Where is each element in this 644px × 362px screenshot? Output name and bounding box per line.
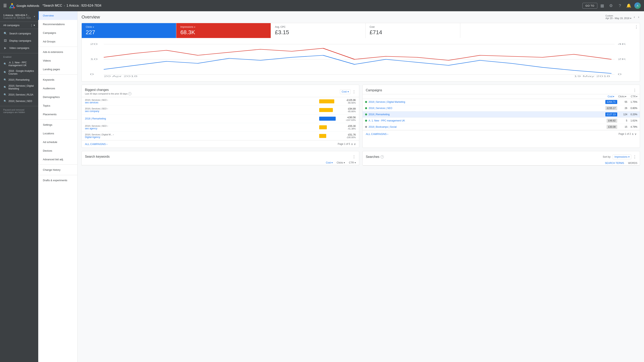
col-clicks-header[interactable]: Clicks ▾ [614,95,626,98]
columns-icon-button[interactable]: ▦ [598,1,606,10]
customer-id: Customer ID: 920-624-7834 [3,17,30,19]
mid-nav-audiences[interactable]: Audiences [38,84,77,93]
svg-text:20 Apr 2018: 20 Apr 2018 [104,75,138,77]
changes-item-link[interactable]: seo services [85,101,317,104]
help-icon-button[interactable]: ? [616,1,624,10]
keywords-more-button[interactable]: ⋮ [352,154,356,159]
searches-more-button[interactable]: ⋮ [633,155,636,159]
page-next-button[interactable]: ∨ [354,142,356,146]
campaign-name-link[interactable]: A. 1. New - PPC management UK [369,119,601,122]
info-icon[interactable]: ? [128,92,132,95]
all-campaigns-link[interactable]: ALL CAMPAIGNS › [85,143,108,146]
mid-nav-ads-extensions[interactable]: Ads & extensions [38,48,77,56]
stat-impressions[interactable]: Impressions ▾ 68.3K [176,23,271,38]
stat-avg-cpc-label: Avg. CPC [275,25,285,28]
campaign-cost: £264.71 [601,100,617,103]
changes-label: 2018 | Services | SEO › seo agency [85,125,317,130]
avatar[interactable]: A [634,2,641,9]
mid-nav-topics[interactable]: Topics [38,101,77,110]
svg-text:2K: 2K [618,58,626,60]
all-campaigns-link-2[interactable]: ALL CAMPAIGNS › [366,132,388,136]
campaigns-more-button[interactable]: ⋮ [633,88,636,92]
campaign-name-link[interactable]: 2018 | Services | Digital Marketing [369,100,601,103]
campaign-item-analytics[interactable]: 🔍 2018 - Google Analytics Courses [0,68,38,77]
changes-item-link[interactable]: seo agency [85,127,317,130]
impressions-sort-button[interactable]: Impressions ▾ [612,154,631,159]
changes-bar-container [319,125,339,129]
date-prev-button[interactable]: ‹ [633,14,636,20]
campaign-name-link[interactable]: 2018 | Remarketing [369,113,601,116]
campaign-name-link[interactable]: 2018 | Services | SEO [369,107,601,110]
mid-nav-ad-schedule[interactable]: Ad schedule [38,138,77,146]
kw-cost-col[interactable]: Cost ▾ [326,161,333,164]
sidebar-item-display-campaigns[interactable]: 🖼 Display campaigns [0,37,38,44]
mid-nav-ad-groups[interactable]: Ad Groups [38,37,77,46]
mid-nav-overview[interactable]: Overview [38,11,77,20]
mid-nav-drafts-experiments[interactable]: Drafts & experiments [38,176,77,185]
cost-badge-gray: £30.08 [606,125,617,129]
page-prev-button[interactable]: ∧ [351,142,353,146]
paused-note: Paused and removed campaigns are hidden [0,107,38,115]
svg-text:0: 0 [618,73,622,75]
more-icon: ⋮ [30,24,33,27]
col-cost-header[interactable]: Cost ▾ [598,95,614,98]
words-tab[interactable]: WORDS [628,162,637,164]
mid-nav-settings[interactable]: Settings [38,120,77,129]
camp-page-prev-button[interactable]: ∧ [632,132,634,136]
mid-nav-devices[interactable]: Devices [38,146,77,155]
searches-info-icon[interactable]: ? [380,155,384,158]
col-spacer [365,95,598,98]
page-title: Overview [82,14,100,20]
changes-item-link[interactable]: 2018 | Remarketing [85,117,317,120]
biggest-changes-more-button[interactable]: ⋮ [352,89,356,94]
search-terms-tab[interactable]: SEARCH TERMS [605,162,624,164]
mid-nav-locations[interactable]: Locations [38,129,77,138]
campaign-status-indicator [365,107,367,109]
mid-nav-campaigns[interactable]: Campaigns [38,28,77,37]
goto-button[interactable]: GO TO [582,3,597,9]
menu-icon[interactable]: ☰ [3,3,7,8]
stats-more-button[interactable]: ⋮ [634,25,638,29]
searches-cols: SEARCH TERMS WORDS [363,161,640,166]
campaign-row: 2018 | Services | SEO £235.17 26 0.80% [363,105,640,111]
date-next-button[interactable]: › [637,14,640,20]
chevron-down-icon: ▾ [34,24,35,27]
sidebar-item-search-campaigns[interactable]: 🔍 Search campaigns [0,30,38,37]
mid-nav-landing-pages[interactable]: Landing pages [38,65,77,74]
sidebar-item-video-campaigns[interactable]: ▶ Video campaigns [0,44,38,51]
mid-nav-recommendations[interactable]: Recommendations [38,20,77,28]
changes-item-link[interactable]: Digital Agency [85,136,317,139]
camp-page-next-button[interactable]: ∨ [634,132,636,136]
changes-item-link[interactable]: seo company [85,110,317,113]
campaign-item-ppc[interactable]: 🔍 .A. 1. New - PPC management UK [0,60,38,68]
mid-nav-keywords[interactable]: Keywords [38,75,77,84]
campaign-row: 2018 | Bootcamps | Social £30.08 15 4.79… [363,124,640,130]
mid-nav-placements[interactable]: Placements [38,110,77,119]
campaign-item-rlsa[interactable]: 🔍 2018 | Services | RLSA [0,91,38,98]
mid-nav-advanced-bid[interactable]: Advanced bid adj. [38,155,77,164]
mid-nav-videos[interactable]: Videos [38,56,77,65]
breadcrumb-mcc[interactable]: *Search MCC [42,4,62,7]
date-select-button[interactable]: Apr 20 - May 19, 2018 ▾ [606,17,632,20]
mid-nav-demographics[interactable]: Demographics [38,93,77,101]
stat-clicks[interactable]: Clicks ▾ 227 [82,23,176,38]
breadcrumb-account[interactable]: 1 Anicca : 920-624-7834 [66,4,101,7]
all-campaigns-item[interactable]: All campaigns ⋮ ▾ [0,22,38,29]
mid-navigation: Overview Recommendations Campaigns Ad Gr… [38,11,78,362]
tools-icon-button[interactable]: ⚙ [607,1,615,10]
col-ctr-header[interactable]: CTR ▾ [626,95,637,98]
notifications-icon-button[interactable]: 🔔 [625,1,633,10]
campaign-name-link[interactable]: 2018 | Bootcamps | Social [369,125,601,128]
campaigns-card-title: Campaigns [366,88,382,92]
campaign-item-remarketing[interactable]: 🔍 2018 | Remarketing [0,77,38,83]
search-icon: 🔍 [3,31,7,35]
svg-text:20: 20 [90,43,98,45]
kw-clicks-col[interactable]: Clicks ▾ [337,161,345,164]
cost-sort-button[interactable]: Cost ▾ [340,89,350,94]
mid-nav-change-history[interactable]: Change history [38,166,77,174]
campaign-item-seo[interactable]: 🔍 2018 | Services | SEO [0,98,38,104]
campaign-item-digital[interactable]: 🔍 2018 | Services | Digital Marketing [0,83,38,91]
account-header[interactable]: 1 Anicca : 920-624-7... Customer ID: 920… [0,11,38,22]
date-dropdown-icon: ▾ [630,17,631,20]
kw-ctr-col[interactable]: CTR ▾ [349,161,356,164]
